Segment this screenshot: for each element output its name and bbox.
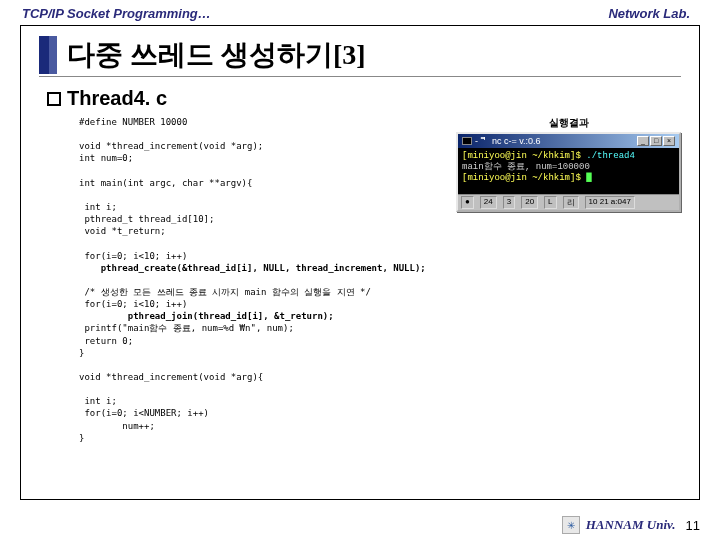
code-bold-join: pthread_join(thread_id[i], &t_return); <box>79 311 334 321</box>
status-cell: 10 21 a:047 <box>585 196 635 209</box>
code-bold-create: pthread_create(&thread_id[i], NULL, thre… <box>79 263 426 273</box>
result-label: 실행결과 <box>456 116 681 130</box>
title-underline <box>39 76 681 77</box>
slide-header: TCP/IP Socket Programming… Network Lab. <box>0 0 720 25</box>
terminal-titlebar: - ᄏ nc c‑= v.:0.6 _ □ × <box>458 134 679 148</box>
result-column: 실행결과 - ᄏ nc c‑= v.:0.6 _ □ × [miniyoo@ji… <box>456 116 681 444</box>
subhead-text: Thread4. c <box>67 87 167 110</box>
terminal-body: [miniyoo@jin ~/khkim]$ ./thread4 main함수 … <box>458 148 679 194</box>
header-left: TCP/IP Socket Programming… <box>22 6 211 21</box>
terminal-title: - ᄏ nc c‑= v.:0.6 <box>475 136 541 146</box>
terminal-window: - ᄏ nc c‑= v.:0.6 _ □ × [miniyoo@jin ~/k… <box>456 132 681 212</box>
square-bullet-icon <box>47 92 61 106</box>
terminal-icon <box>462 137 472 145</box>
main-frame: 다중 쓰레드 생성하기[3] Thread4. c #define NUMBER… <box>20 25 700 500</box>
status-cell: 리 <box>563 196 579 209</box>
status-cell: ● <box>461 196 474 209</box>
content-area: #define NUMBER 10000 void *thread_increm… <box>39 116 681 444</box>
slide-title: 다중 쓰레드 생성하기[3] <box>67 36 366 74</box>
status-cell: 20 <box>521 196 538 209</box>
footer-text: HANNAM Univ. <box>586 517 676 533</box>
terminal-statusbar: ● 24 3 20 L 리 10 21 a:047 <box>458 194 679 210</box>
status-cell: 3 <box>503 196 515 209</box>
subhead: Thread4. c <box>47 87 681 110</box>
close-icon[interactable]: × <box>663 136 675 146</box>
slide-footer: ✳ HANNAM Univ. 11 <box>562 516 700 534</box>
page-number: 11 <box>686 518 700 533</box>
code-block: #define NUMBER 10000 void *thread_increm… <box>79 116 444 444</box>
status-cell: L <box>544 196 556 209</box>
university-logo-icon: ✳ <box>562 516 580 534</box>
title-row: 다중 쓰레드 생성하기[3] <box>39 36 681 74</box>
maximize-icon[interactable]: □ <box>650 136 662 146</box>
status-cell: 24 <box>480 196 497 209</box>
title-accent-bar <box>39 36 57 74</box>
terminal-window-buttons: _ □ × <box>637 136 675 146</box>
minimize-icon[interactable]: _ <box>637 136 649 146</box>
header-right: Network Lab. <box>608 6 690 21</box>
